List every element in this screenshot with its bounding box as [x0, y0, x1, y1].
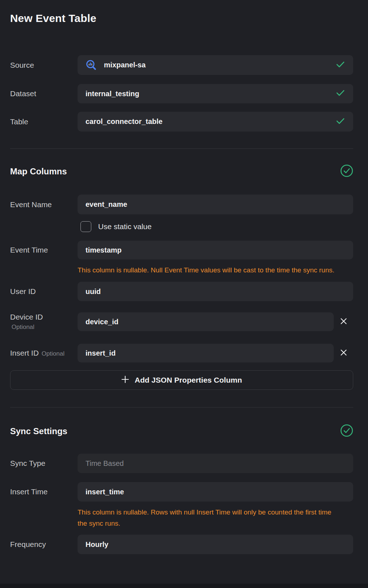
source-value: mixpanel-sa	[104, 61, 146, 69]
sync-settings-header: Sync Settings	[10, 425, 353, 438]
frequency-label: Frequency	[10, 540, 46, 548]
sync-type-field: Time Based	[78, 454, 353, 473]
insert-id-remove-button[interactable]	[334, 344, 353, 362]
table-row: Table carol_connector_table	[10, 112, 353, 132]
user-id-field[interactable]: uuid	[78, 282, 353, 301]
bottom-edge	[0, 584, 368, 588]
device-id-remove-button[interactable]	[334, 312, 353, 331]
static-value-row: Use static value	[80, 221, 353, 232]
x-close-icon	[340, 317, 347, 326]
insert-time-field[interactable]: insert_time	[78, 482, 353, 502]
frequency-field[interactable]: Hourly	[78, 535, 353, 554]
dataset-value: internal_testing	[86, 90, 139, 98]
insert-id-field[interactable]: insert_id	[78, 344, 334, 362]
sync-type-row: Sync Type Time Based	[10, 454, 353, 473]
new-event-table-form: New Event Table Source mixpanel-sa	[0, 0, 368, 588]
event-time-row: Event Time timestamp	[10, 241, 353, 259]
frequency-value: Hourly	[86, 540, 108, 549]
device-id-field[interactable]: device_id	[78, 312, 334, 331]
source-row: Source mixpanel-sa	[10, 55, 353, 75]
section-divider	[10, 148, 353, 149]
dataset-row: Dataset internal_testing	[10, 84, 353, 103]
add-json-properties-button[interactable]: Add JSON Properties Column	[10, 370, 353, 390]
event-time-warning: This column is nullable. Null Event Time…	[78, 264, 336, 276]
event-time-label: Event Time	[10, 246, 48, 254]
user-id-label: User ID	[10, 287, 36, 295]
sync-type-value: Time Based	[86, 459, 124, 468]
insert-id-optional-label: Optional	[41, 350, 64, 357]
insert-time-row: Insert Time insert_time	[10, 482, 353, 502]
event-name-value: event_name	[86, 200, 127, 209]
device-id-row: Device ID Optional device_id	[10, 312, 353, 331]
table-valid-check-icon	[336, 118, 345, 125]
insert-id-row: Insert IDOptional insert_id	[10, 344, 353, 362]
insert-time-warning: This column is nullable. Rows with null …	[78, 507, 336, 529]
plus-icon	[121, 375, 129, 385]
sync-settings-title: Sync Settings	[10, 426, 67, 436]
map-columns-header: Map Columns	[10, 165, 353, 178]
page-title: New Event Table	[10, 12, 353, 25]
use-static-value-label: Use static value	[98, 222, 152, 231]
table-label: Table	[10, 117, 28, 126]
device-id-value: device_id	[86, 318, 118, 326]
add-json-properties-label: Add JSON Properties Column	[135, 376, 242, 384]
use-static-value-checkbox[interactable]	[80, 221, 91, 232]
sync-settings-check-circle-icon	[340, 424, 353, 438]
insert-id-label: Insert ID	[10, 349, 39, 357]
insert-id-value: insert_id	[86, 349, 115, 357]
source-logo-icon	[86, 59, 97, 71]
source-valid-check-icon	[336, 61, 345, 69]
event-time-value: timestamp	[86, 246, 122, 254]
source-field[interactable]: mixpanel-sa	[78, 55, 353, 75]
map-columns-check-circle-icon	[340, 164, 353, 179]
table-field[interactable]: carol_connector_table	[78, 112, 353, 132]
dataset-field[interactable]: internal_testing	[78, 84, 353, 103]
section-divider	[10, 407, 353, 407]
frequency-row: Frequency Hourly	[10, 535, 353, 554]
table-value: carol_connector_table	[86, 117, 162, 126]
source-label: Source	[10, 61, 34, 69]
user-id-row: User ID uuid	[10, 282, 353, 301]
dataset-valid-check-icon	[336, 90, 345, 98]
insert-time-value: insert_time	[86, 488, 124, 496]
map-columns-title: Map Columns	[10, 166, 67, 177]
user-id-value: uuid	[86, 288, 101, 296]
insert-time-label: Insert Time	[10, 487, 48, 496]
x-close-icon	[340, 349, 347, 358]
device-id-optional-label: Optional	[12, 324, 78, 331]
device-id-label: Device ID	[10, 313, 43, 321]
event-name-row: Event Name event_name	[10, 195, 353, 214]
sync-type-label: Sync Type	[10, 459, 45, 467]
event-name-field[interactable]: event_name	[78, 195, 353, 214]
event-time-field[interactable]: timestamp	[78, 241, 353, 259]
event-name-label: Event Name	[10, 200, 52, 209]
dataset-label: Dataset	[10, 89, 36, 98]
